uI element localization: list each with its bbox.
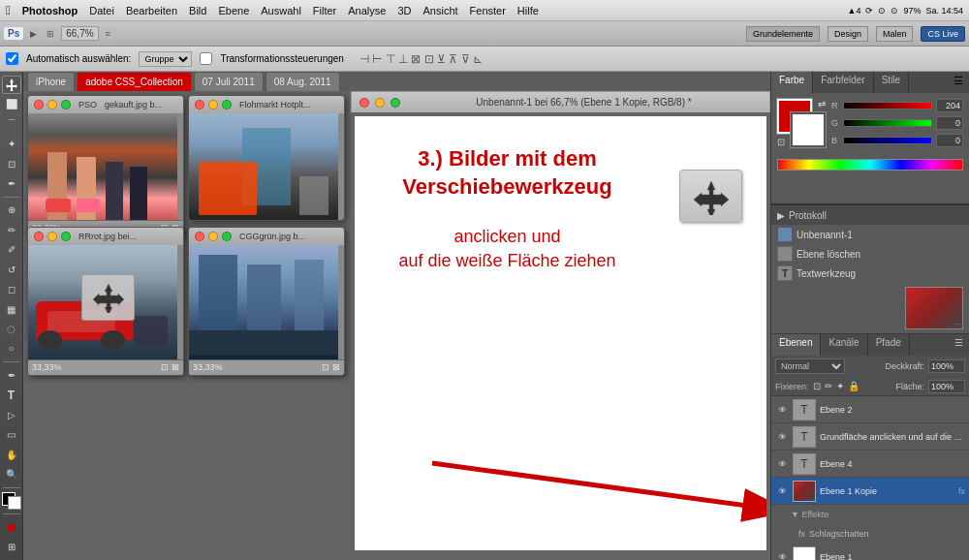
blend-mode-dropdown[interactable]: Normal (775, 358, 845, 374)
blur-tool[interactable]: ◌ (2, 320, 21, 337)
eraser-tool[interactable]: ◻ (2, 280, 21, 297)
lock-move[interactable]: ✦ (836, 381, 844, 391)
menu-bearbeiten[interactable]: Bearbeiten (126, 5, 177, 16)
tab-css[interactable]: adobe CSS_Collection (77, 72, 192, 91)
tab-ebenen[interactable]: Ebenen (771, 334, 821, 356)
hand-tool[interactable]: ✋ (2, 446, 21, 463)
eye-ebene2[interactable]: 👁 (775, 403, 789, 417)
menu-auswahl[interactable]: Auswahl (261, 5, 301, 16)
screen-mode[interactable]: ⊞ (2, 538, 21, 555)
close-btn-1[interactable] (34, 100, 44, 109)
brush-tool[interactable]: ✏ (2, 221, 21, 238)
menu-fenster[interactable]: Fenster (470, 5, 506, 16)
menu-analyse[interactable]: Analyse (348, 5, 386, 16)
menu-ansicht[interactable]: Ansicht (422, 5, 457, 16)
move-tool[interactable] (2, 76, 21, 94)
tab-iphone[interactable]: iPhone (27, 72, 75, 91)
history-brush[interactable]: ↺ (2, 261, 21, 278)
layer-ebene1-kopie[interactable]: 👁 Ebene 1 Kopie fx (771, 478, 969, 505)
layer-ebene2[interactable]: 👁 T Ebene 2 (771, 396, 969, 423)
min-btn-4[interactable] (208, 232, 218, 241)
max-btn-1[interactable] (61, 100, 71, 109)
reset-colors[interactable]: ⊡ (777, 137, 785, 147)
healing-tool[interactable]: ⊕ (2, 202, 21, 219)
main-max-btn[interactable] (391, 98, 400, 108)
g-value[interactable] (936, 116, 963, 130)
menu-3d[interactable]: 3D (397, 5, 411, 16)
background-color[interactable] (8, 496, 21, 510)
layer-ebene1[interactable]: 👁 Ebene 1 (771, 544, 969, 560)
swap-colors[interactable]: ⇄ (818, 99, 826, 109)
eye-ebene1[interactable]: 👁 (775, 550, 789, 561)
eye-grundflaeche[interactable]: 👁 (775, 430, 789, 444)
auto-select-checkbox[interactable] (6, 52, 18, 65)
color-panel-menu[interactable]: ☰ (948, 72, 969, 93)
bg-color-box[interactable] (791, 112, 826, 147)
shape-tool[interactable]: ▭ (2, 425, 21, 443)
min-btn-3[interactable] (47, 232, 57, 241)
main-min-btn[interactable] (375, 98, 385, 108)
menu-ebene[interactable]: Ebene (218, 5, 249, 16)
clone-tool[interactable]: ✐ (2, 241, 21, 259)
g-slider[interactable] (843, 119, 932, 127)
menu-hilfe[interactable]: Hilfe (517, 5, 539, 16)
layer-ebene4[interactable]: 👁 T Ebene 4 (771, 451, 969, 478)
workspace-design[interactable]: Design (828, 26, 868, 42)
min-btn-1[interactable] (47, 100, 57, 109)
r-slider[interactable] (843, 102, 932, 109)
max-btn-2[interactable] (222, 100, 232, 109)
fill-input[interactable] (928, 380, 965, 393)
fg-bg-squares[interactable]: ⇄ ⊡ (777, 99, 826, 147)
tab-july[interactable]: 07 Juli 2011 (194, 72, 264, 91)
transform-controls-checkbox[interactable] (200, 52, 212, 65)
menu-filter[interactable]: Filter (313, 5, 336, 16)
b-value[interactable] (936, 134, 963, 147)
selection-tool[interactable]: ⬜ (2, 96, 21, 113)
path-selection[interactable]: ▷ (2, 406, 21, 423)
opacity-input[interactable] (928, 359, 965, 373)
pen-tool[interactable]: ✒ (2, 366, 21, 384)
max-btn-4[interactable] (222, 232, 232, 241)
lock-all[interactable]: 🔒 (848, 381, 860, 391)
gradient-tool[interactable]: ▦ (2, 300, 21, 318)
close-btn-2[interactable] (195, 100, 204, 109)
close-btn-3[interactable] (34, 232, 44, 241)
close-btn-4[interactable] (195, 232, 204, 241)
tab-farbe[interactable]: Farbe (771, 72, 813, 93)
tab-farbfelder[interactable]: Farbfelder (813, 72, 874, 93)
protocol-header[interactable]: ▶ Protokoll (771, 205, 969, 225)
color-spectrum[interactable] (777, 159, 963, 171)
layers-panel-menu[interactable]: ☰ (949, 334, 969, 356)
text-tool[interactable]: T (2, 387, 21, 404)
protocol-item-2[interactable]: Ebene löschen (771, 244, 969, 264)
layer-schlagschatten[interactable]: fx Schlagschatten (771, 524, 969, 544)
tab-pfade[interactable]: Pfade (868, 334, 910, 356)
tab-kanaele[interactable]: Kanäle (821, 334, 867, 356)
tab-stile[interactable]: Stile (874, 72, 909, 93)
lasso-tool[interactable]: ⌒ (2, 115, 21, 133)
auto-select-dropdown[interactable]: Gruppe Ebene (139, 51, 192, 67)
lock-transparent[interactable]: ⊡ (813, 381, 821, 391)
layer-grundflaeche[interactable]: 👁 T Grundfläche anclicken und auf die w.… (771, 423, 969, 451)
r-value[interactable] (936, 99, 963, 112)
zoom-display[interactable]: 66,7% (61, 26, 98, 41)
min-btn-2[interactable] (208, 100, 218, 109)
menu-bild[interactable]: Bild (189, 5, 206, 16)
workspace-grundelemente[interactable]: Grundelemente (746, 26, 820, 42)
quick-mask[interactable]: ⬤ (2, 518, 21, 536)
zoom-tool[interactable]: 🔍 (2, 465, 21, 482)
protocol-item-1[interactable]: Unbenannt-1 (771, 225, 969, 244)
eye-ebene4[interactable]: 👁 (775, 457, 789, 471)
menu-datei[interactable]: Datei (89, 5, 114, 16)
max-btn-3[interactable] (61, 232, 71, 241)
main-close-btn[interactable] (359, 98, 369, 108)
crop-tool[interactable]: ⊡ (2, 155, 21, 172)
eye-ebene1-kopie[interactable]: 👁 (775, 484, 789, 498)
workspace-malen[interactable]: Malen (876, 26, 914, 42)
lock-paint[interactable]: ✏ (825, 381, 832, 391)
b-slider[interactable] (843, 137, 932, 144)
cs-live-button[interactable]: CS Live (921, 26, 965, 42)
protocol-item-3[interactable]: T Textwerkzeug (771, 264, 969, 283)
eyedropper-tool[interactable]: ✒ (2, 174, 21, 192)
quick-select-tool[interactable]: ✦ (2, 135, 21, 152)
